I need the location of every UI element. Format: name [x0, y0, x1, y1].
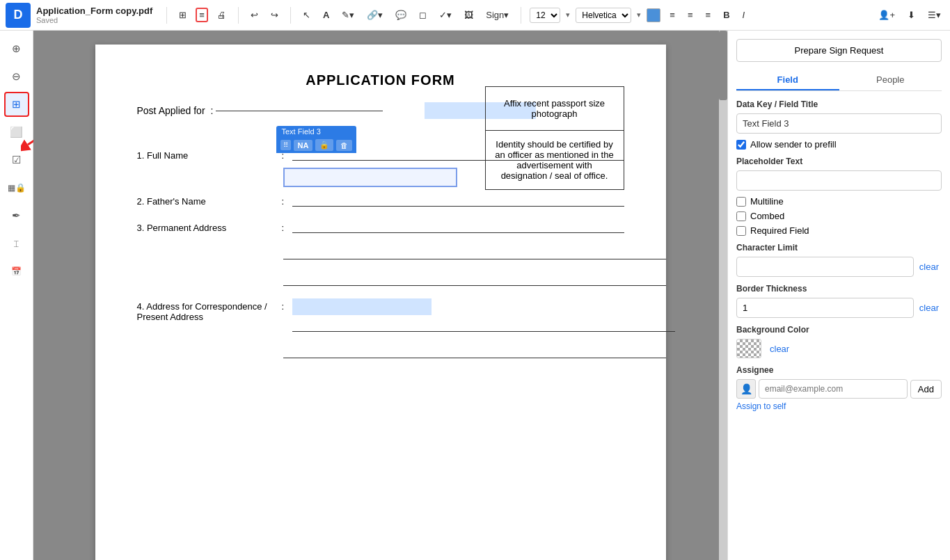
topbar: D Application_Form copy.pdf Saved ⊞ ≡ 🖨 …: [0, 0, 950, 31]
required-label: Required Field: [750, 225, 809, 236]
tab-people[interactable]: People: [839, 70, 942, 90]
file-info: Application_Form copy.pdf Saved: [36, 6, 152, 24]
combed-checkbox[interactable]: [736, 211, 746, 221]
align-center-btn[interactable]: ≡: [684, 8, 697, 22]
allow-prefill-checkbox[interactable]: [736, 140, 746, 150]
font-size-select[interactable]: 12: [530, 8, 560, 23]
align-right-btn[interactable]: ≡: [702, 8, 715, 22]
character-limit-input[interactable]: [736, 257, 914, 277]
pen-btn[interactable]: ✎▾: [338, 8, 358, 22]
required-checkbox[interactable]: [736, 226, 746, 236]
checkbox-btn[interactable]: ☑: [4, 147, 29, 173]
list-btn[interactable]: ≡: [196, 8, 208, 22]
signature-btn[interactable]: ✒: [4, 203, 29, 228]
character-limit-row: clear: [736, 257, 942, 277]
undo-btn[interactable]: ↩: [247, 8, 262, 22]
background-color-clear-btn[interactable]: clear: [767, 341, 792, 357]
file-name: Application_Form copy.pdf: [36, 6, 152, 16]
popup-toolbar: ⠿ NA 🔒 🗑: [276, 137, 357, 153]
saved-label: Saved: [36, 16, 152, 24]
pdf-page: APPLICATION FORM Post Applied for : Affi…: [95, 45, 666, 560]
table-btn[interactable]: ▦🔒: [4, 175, 29, 200]
scrollbar-thumb[interactable]: [719, 31, 727, 100]
print-btn[interactable]: 🖨: [214, 8, 230, 22]
border-thickness-clear-btn[interactable]: clear: [917, 300, 942, 316]
panel-tabs: Field People: [736, 70, 942, 91]
image-insert-btn[interactable]: ⬜: [4, 120, 29, 145]
add-assignee-btn[interactable]: Add: [910, 380, 942, 399]
image-btn[interactable]: 🖼: [461, 8, 477, 22]
align-left-btn[interactable]: ≡: [666, 8, 679, 22]
combed-row: Combed: [736, 211, 942, 221]
placeholder-text-input[interactable]: [736, 170, 942, 191]
allow-prefill-label: Allow sender to prefill: [750, 139, 837, 150]
form-row-address: 3. Permanent Address :: [137, 219, 624, 233]
delete-btn[interactable]: 🗑: [336, 140, 352, 151]
users-btn[interactable]: 👤+: [875, 8, 898, 22]
multiline-checkbox[interactable]: [736, 197, 746, 207]
color-swatch[interactable]: [647, 8, 660, 22]
border-thickness-input[interactable]: [736, 298, 914, 318]
post-colon: :: [211, 105, 214, 116]
assignee-email-input[interactable]: [759, 379, 908, 399]
pdf-area: APPLICATION FORM Post Applied for : Affi…: [33, 31, 727, 560]
lock-btn[interactable]: 🔒: [315, 139, 333, 151]
redo-btn[interactable]: ↪: [267, 8, 282, 22]
divider3: [290, 7, 291, 24]
form-row-correspondence: 4. Address for Correspondence /Present A…: [137, 298, 624, 332]
prepare-sign-request-btn[interactable]: Prepare Sign Request: [736, 39, 942, 62]
zoom-in-btn[interactable]: ⊕: [4, 36, 29, 61]
assign-to-self-btn[interactable]: Assign to self: [736, 401, 786, 411]
selected-text-field[interactable]: [283, 168, 457, 187]
right-panel: Prepare Sign Request Field People Data K…: [727, 31, 950, 560]
combed-label: Combed: [750, 211, 784, 221]
date-btn[interactable]: 📅: [4, 259, 29, 284]
character-limit-label: Character Limit: [736, 243, 942, 253]
sign-btn[interactable]: Sign ▾: [482, 8, 512, 22]
correspondence-line2: [283, 344, 666, 358]
font-family-select[interactable]: Helvetica: [576, 8, 631, 23]
placeholder-text-label: Placeholder Text: [736, 157, 942, 166]
drag-handle-btn[interactable]: ⠿: [280, 140, 291, 150]
italic-btn[interactable]: I: [739, 8, 749, 22]
check-btn[interactable]: ✓▾: [436, 8, 455, 22]
bold-btn[interactable]: B: [720, 8, 733, 22]
erase-btn[interactable]: ◻: [415, 8, 430, 22]
form-field-btn[interactable]: ⊞: [4, 92, 29, 117]
menu-btn[interactable]: ☰▾: [924, 8, 944, 22]
divider4: [521, 7, 521, 24]
background-color-preview[interactable]: [736, 339, 761, 358]
data-key-input[interactable]: [736, 113, 942, 134]
main-layout: ⊕ ⊖ ⊞ ⬜ ☑ ▦🔒 ✒ ⌶ 📅 APPLICATION FORM Post…: [0, 31, 950, 560]
address-label: 3. Permanent Address: [137, 223, 276, 233]
tab-field[interactable]: Field: [736, 70, 839, 90]
text-btn[interactable]: A: [319, 8, 333, 22]
allow-prefill-row: Allow sender to prefill: [736, 139, 942, 150]
form-row-fathername: 2. Father's Name :: [137, 193, 624, 207]
post-applied-label: Post Applied for: [137, 105, 205, 116]
address-line2: [283, 246, 666, 259]
popup-header: Text Field 3: [276, 126, 357, 137]
cursor-btn[interactable]: ↖: [299, 8, 314, 22]
divider2: [238, 7, 239, 24]
comment-btn[interactable]: 💬: [392, 8, 410, 22]
link-btn[interactable]: 🔗▾: [363, 8, 386, 22]
grid-btn[interactable]: ⊞: [175, 8, 190, 22]
correspondence-highlight-field[interactable]: [292, 298, 432, 315]
assignee-label: Assignee: [736, 365, 942, 375]
character-limit-clear-btn[interactable]: clear: [917, 259, 942, 275]
fathername-colon: :: [282, 196, 285, 207]
correspondence-label: 4. Address for Correspondence /Present A…: [137, 298, 276, 322]
initials-btn[interactable]: ⌶: [4, 231, 29, 256]
download-btn[interactable]: ⬇: [904, 8, 919, 22]
divider: [166, 7, 167, 24]
background-color-label: Background Color: [736, 325, 942, 335]
fathername-line: [292, 193, 624, 207]
zoom-out-btn[interactable]: ⊖: [4, 64, 29, 89]
background-color-row: clear: [736, 339, 942, 358]
required-field-row: Required Field: [736, 225, 942, 236]
scrollbar-track[interactable]: [719, 31, 727, 560]
na-btn[interactable]: NA: [294, 140, 313, 151]
assignee-icon: 👤: [736, 379, 756, 399]
left-sidebar: ⊕ ⊖ ⊞ ⬜ ☑ ▦🔒 ✒ ⌶ 📅: [0, 31, 33, 560]
